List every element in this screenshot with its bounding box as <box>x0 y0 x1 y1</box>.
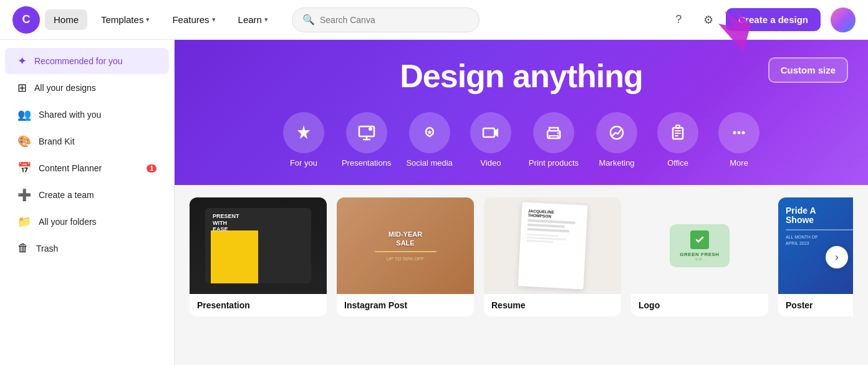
template-label-presentation: Presentation <box>190 294 327 316</box>
print-products-icon-circle <box>533 112 574 153</box>
content-planner-badge: 1 <box>147 164 157 173</box>
top-navigation: C Home Templates ▾ Features ▾ Learn ▾ 🔍 … <box>0 0 868 40</box>
marketing-icon-circle <box>596 112 637 153</box>
main-layout: ✦ Recommended for you ⊞ All your designs… <box>0 40 868 365</box>
svg-point-1 <box>369 127 372 131</box>
template-label-poster: Poster <box>778 294 853 316</box>
category-video[interactable]: Video <box>463 110 519 170</box>
search-icon: 🔍 <box>302 14 315 26</box>
scroll-right-button[interactable]: › <box>826 246 848 268</box>
category-office-label: Office <box>667 158 688 168</box>
template-thumb-logo: GREEN FRESH CO. <box>631 197 768 294</box>
sidebar-item-label: Shared with you <box>39 110 101 120</box>
video-icon-circle <box>470 112 511 153</box>
templates-wrapper: PRESENTWITHEASE Presentation MID-YEARSAL… <box>190 197 853 316</box>
nav-home-label: Home <box>54 14 79 25</box>
main-content: Design anything Custom size For you <box>175 40 868 365</box>
search-bar: 🔍 <box>292 7 480 32</box>
category-presentations[interactable]: Presentations <box>337 110 397 170</box>
learn-chevron-icon: ▾ <box>264 16 268 24</box>
plus-icon: ➕ <box>17 188 31 202</box>
template-thumb-instagram: MID-YEARSALE UP TO 50% OFF <box>337 197 474 294</box>
canva-logo[interactable]: C <box>12 6 40 34</box>
category-office[interactable]: Office <box>650 110 706 170</box>
template-card-logo[interactable]: GREEN FRESH CO. Logo <box>631 197 768 316</box>
search-input[interactable] <box>320 15 469 25</box>
custom-size-button[interactable]: Custom size <box>768 57 848 83</box>
custom-size-label: Custom size <box>781 65 836 75</box>
template-label-resume: Resume <box>484 294 621 316</box>
shared-icon: 👥 <box>17 108 31 121</box>
category-marketing[interactable]: Marketing <box>589 110 645 170</box>
sidebar-item-content-planner[interactable]: 📅 Content Planner 1 <box>5 155 169 181</box>
template-card-presentation[interactable]: PRESENTWITHEASE Presentation <box>190 197 327 316</box>
template-label-instagram: Instagram Post <box>337 294 474 316</box>
sidebar-item-trash[interactable]: 🗑 Trash <box>5 235 169 261</box>
office-icon-circle <box>657 112 698 153</box>
help-icon: ? <box>675 13 682 26</box>
chevron-right-icon: › <box>835 252 838 263</box>
sidebar-item-label: All your folders <box>39 217 97 227</box>
sidebar: ✦ Recommended for you ⊞ All your designs… <box>0 40 175 365</box>
nav-home[interactable]: Home <box>45 9 87 30</box>
svg-point-4 <box>557 133 559 135</box>
grid-icon: ⊞ <box>17 81 27 95</box>
template-card-instagram[interactable]: MID-YEARSALE UP TO 50% OFF Instagram Pos… <box>337 197 474 316</box>
trash-icon: 🗑 <box>17 242 29 255</box>
svg-rect-2 <box>483 128 494 137</box>
sidebar-item-shared[interactable]: 👥 Shared with you <box>5 102 169 128</box>
nav-learn[interactable]: Learn ▾ <box>229 9 277 30</box>
nav-templates[interactable]: Templates ▾ <box>92 9 158 30</box>
category-social-media[interactable]: Social media <box>401 110 457 170</box>
nav-templates-label: Templates <box>101 14 143 25</box>
sidebar-item-folders[interactable]: 📁 All your folders <box>5 209 169 235</box>
user-avatar[interactable] <box>831 7 856 32</box>
gear-icon: ⚙ <box>703 13 713 27</box>
nav-learn-label: Learn <box>238 14 262 25</box>
template-thumb-resume: JACQUELINETHOMPSON <box>484 197 621 294</box>
sidebar-item-label: Brand Kit <box>39 136 75 146</box>
category-more[interactable]: More <box>711 110 767 170</box>
help-button[interactable]: ? <box>666 7 691 32</box>
sidebar-item-label: Content Planner <box>39 163 102 173</box>
templates-section: PRESENTWITHEASE Presentation MID-YEARSAL… <box>175 185 868 329</box>
template-label-logo: Logo <box>631 294 768 316</box>
settings-button[interactable]: ⚙ <box>696 7 721 32</box>
template-thumb-poster: Pride AShowe ALL MONTH OFAPRIL 2023 <box>778 197 853 294</box>
sidebar-item-recommended[interactable]: ✦ Recommended for you <box>5 48 169 74</box>
features-chevron-icon: ▾ <box>212 16 216 24</box>
category-print-products[interactable]: Print products <box>524 110 584 170</box>
category-more-label: More <box>730 158 748 168</box>
create-design-button[interactable]: Create a design <box>726 8 821 31</box>
templates-grid: PRESENTWITHEASE Presentation MID-YEARSAL… <box>190 197 853 316</box>
sidebar-item-label: Recommended for you <box>34 56 123 66</box>
category-video-label: Video <box>480 158 501 168</box>
category-print-products-label: Print products <box>529 158 579 168</box>
sidebar-item-label: Create a team <box>39 190 94 200</box>
sidebar-item-create-team[interactable]: ➕ Create a team <box>5 182 169 208</box>
sidebar-item-all-designs[interactable]: ⊞ All your designs <box>5 75 169 101</box>
create-design-label: Create a design <box>738 14 808 25</box>
template-card-resume[interactable]: JACQUELINETHOMPSON Resume <box>484 197 621 316</box>
hero-title: Design anything <box>200 57 843 95</box>
category-social-media-label: Social media <box>406 158 452 168</box>
calendar-icon: 📅 <box>17 161 31 175</box>
star-icon: ✦ <box>17 54 27 68</box>
sidebar-item-label: Trash <box>36 244 58 254</box>
presentations-icon-circle <box>346 112 387 153</box>
sidebar-item-label: All your designs <box>34 83 96 93</box>
category-row: For you Presentations <box>200 110 843 170</box>
svg-point-9 <box>738 131 741 135</box>
category-marketing-label: Marketing <box>599 158 635 168</box>
category-for-you[interactable]: For you <box>276 110 332 170</box>
sidebar-item-brand[interactable]: 🎨 Brand Kit <box>5 128 169 154</box>
svg-point-8 <box>733 131 736 135</box>
nav-features[interactable]: Features ▾ <box>163 9 224 30</box>
templates-chevron-icon: ▾ <box>146 16 150 24</box>
template-thumb-presentation: PRESENTWITHEASE <box>190 197 327 294</box>
folder-icon: 📁 <box>17 215 31 229</box>
hero-banner: Design anything Custom size For you <box>175 40 868 185</box>
category-for-you-label: For you <box>290 158 317 168</box>
category-presentations-label: Presentations <box>342 158 392 168</box>
svg-point-10 <box>742 131 745 135</box>
